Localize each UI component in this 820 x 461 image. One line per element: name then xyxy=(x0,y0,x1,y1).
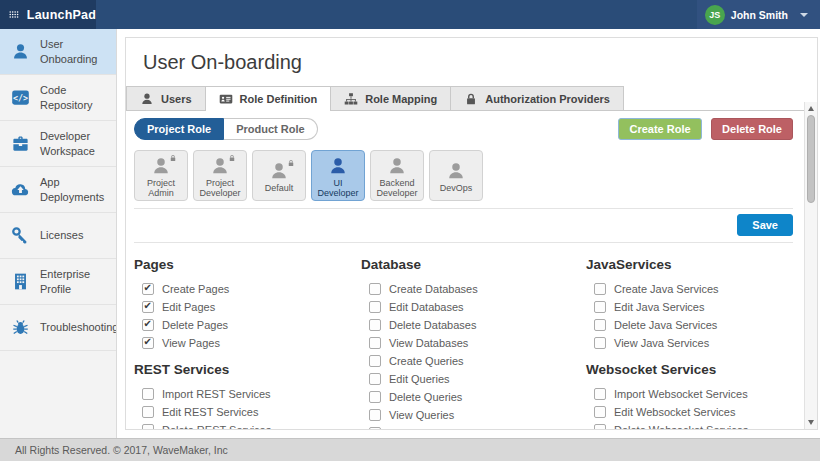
permission-row[interactable]: View Pages xyxy=(142,337,361,349)
checkbox[interactable] xyxy=(369,427,381,430)
role-action-buttons: Create Role Delete Role xyxy=(618,118,793,140)
checkbox-label: Import Websocket Services xyxy=(614,388,748,400)
checkbox[interactable] xyxy=(142,424,154,430)
user-onboarding-panel: User On-boarding Users Role Definition R… xyxy=(125,37,818,430)
scrollbar-thumb[interactable] xyxy=(807,115,815,203)
checkbox[interactable] xyxy=(594,406,606,418)
permission-row[interactable]: View Databases xyxy=(369,337,586,349)
permission-row[interactable]: Import REST Services xyxy=(142,388,361,400)
permission-row[interactable]: Edit Queries xyxy=(369,373,586,385)
user-menu[interactable]: JS John Smith xyxy=(697,0,820,29)
permission-row[interactable]: Edit Databases xyxy=(369,301,586,313)
checkbox[interactable] xyxy=(142,283,154,295)
checkbox-label: View Java Services xyxy=(614,337,709,349)
briefcase-icon xyxy=(11,134,30,153)
tab-authorization-providers[interactable]: Authorization Providers xyxy=(450,86,624,110)
role-card-backend-developer[interactable]: Backend Developer xyxy=(370,150,424,201)
sitemap-icon xyxy=(344,92,358,106)
building-icon xyxy=(11,272,30,291)
checkbox[interactable] xyxy=(594,424,606,430)
checkbox[interactable] xyxy=(142,337,154,349)
role-card-devops[interactable]: DevOps xyxy=(429,150,483,201)
product-role-toggle[interactable]: Product Role xyxy=(224,118,317,140)
app-logo[interactable]: LaunchPad xyxy=(0,0,96,29)
sidebar-item-troubleshooting[interactable]: Troubleshooting xyxy=(0,305,116,351)
checkbox[interactable] xyxy=(142,319,154,331)
project-role-toggle[interactable]: Project Role xyxy=(134,118,224,140)
tab-role-definition[interactable]: Role Definition xyxy=(205,86,332,111)
permission-row[interactable]: Delete Websocket Services xyxy=(594,424,793,430)
permission-row[interactable]: Delete Queries xyxy=(369,391,586,403)
scroll-up-icon[interactable] xyxy=(808,106,814,111)
checkbox[interactable] xyxy=(369,409,381,421)
permission-row[interactable]: Delete Java Services xyxy=(594,319,793,331)
permission-row[interactable]: Create Databases xyxy=(369,283,586,295)
app-grid-icon xyxy=(9,8,19,21)
role-card-label: DevOps xyxy=(440,183,473,193)
permission-row[interactable]: Edit Java Services xyxy=(594,301,793,313)
checkbox[interactable] xyxy=(594,301,606,313)
sidebar-item-developer-workspace[interactable]: Developer Workspace xyxy=(0,121,116,167)
permissions-section-rest-services: REST Services Import REST Services Edit … xyxy=(134,362,361,430)
save-button[interactable]: Save xyxy=(737,214,793,236)
role-card-project-developer[interactable]: Project Developer xyxy=(193,150,247,201)
sidebar-item-enterprise-profile[interactable]: Enterprise Profile xyxy=(0,259,116,305)
checkbox[interactable] xyxy=(369,319,381,331)
role-card-project-admin[interactable]: Project Admin xyxy=(134,150,188,201)
sidebar: User Onboarding </> Code Repository Deve… xyxy=(0,29,117,438)
sidebar-item-label: User Onboarding xyxy=(40,37,112,66)
checkbox-label: Edit Queries xyxy=(389,373,450,385)
tab-users[interactable]: Users xyxy=(126,86,206,110)
sidebar-item-label: Troubleshooting xyxy=(40,320,117,334)
permission-row[interactable]: Delete Databases xyxy=(369,319,586,331)
permission-row[interactable]: Create Queries xyxy=(369,355,586,367)
tab-role-mapping[interactable]: Role Mapping xyxy=(330,86,451,110)
checkbox[interactable] xyxy=(142,301,154,313)
permission-row[interactable]: Delete Pages xyxy=(142,319,361,331)
user-icon xyxy=(328,156,348,176)
permission-row[interactable]: View Queries xyxy=(369,409,586,421)
sidebar-item-app-deployments[interactable]: App Deployments xyxy=(0,167,116,213)
checkbox[interactable] xyxy=(369,337,381,349)
permission-row[interactable]: Create Java Services xyxy=(594,283,793,295)
checkbox[interactable] xyxy=(142,406,154,418)
role-card-ui-developer[interactable]: UI Developer xyxy=(311,150,365,201)
role-card-label: Project Admin xyxy=(135,178,187,199)
role-toolbar: Project Role Product Role Create Role De… xyxy=(134,118,793,140)
permission-row[interactable]: Edit Websocket Services xyxy=(594,406,793,418)
role-card-default[interactable]: Default xyxy=(252,150,306,201)
main-content: User On-boarding Users Role Definition R… xyxy=(117,29,820,438)
sidebar-item-licenses[interactable]: Licenses xyxy=(0,213,116,259)
checkbox[interactable] xyxy=(594,388,606,400)
sidebar-item-label: Code Repository xyxy=(40,83,112,112)
permission-row[interactable]: Edit REST Services xyxy=(142,406,361,418)
permission-row[interactable]: View Java Services xyxy=(594,337,793,349)
permission-row[interactable]: Import Websocket Services xyxy=(594,388,793,400)
permissions-section-javaservices: JavaServices Create Java Services Edit J… xyxy=(586,257,793,349)
checkbox[interactable] xyxy=(369,355,381,367)
checkbox[interactable] xyxy=(594,337,606,349)
lock-icon xyxy=(228,154,236,162)
vertical-scrollbar[interactable] xyxy=(804,102,817,429)
permission-row[interactable]: Create Procedures xyxy=(369,427,586,430)
checkbox[interactable] xyxy=(594,283,606,295)
delete-role-button[interactable]: Delete Role xyxy=(711,118,793,140)
permission-row[interactable]: Edit Pages xyxy=(142,301,361,313)
create-role-button[interactable]: Create Role xyxy=(618,118,701,140)
checkbox[interactable] xyxy=(369,301,381,313)
scroll-down-icon[interactable] xyxy=(808,420,814,425)
checkbox[interactable] xyxy=(594,319,606,331)
checkbox-label: Delete Websocket Services xyxy=(614,424,748,430)
checkbox[interactable] xyxy=(369,283,381,295)
checkbox-label: Edit Java Services xyxy=(614,301,704,313)
checkbox-label: View Pages xyxy=(162,337,220,349)
permission-row[interactable]: Create Pages xyxy=(142,283,361,295)
checkbox[interactable] xyxy=(369,391,381,403)
permission-row[interactable]: Delete REST Services xyxy=(142,424,361,430)
role-card-list: Project Admin Project Developer Default xyxy=(134,150,793,209)
sidebar-item-code-repository[interactable]: </> Code Repository xyxy=(0,75,116,121)
checkbox[interactable] xyxy=(142,388,154,400)
sidebar-item-user-onboarding[interactable]: User Onboarding xyxy=(0,29,116,75)
checkbox[interactable] xyxy=(369,373,381,385)
permissions-column-1: Pages Create Pages Edit Pages Delete Pag… xyxy=(134,255,361,430)
